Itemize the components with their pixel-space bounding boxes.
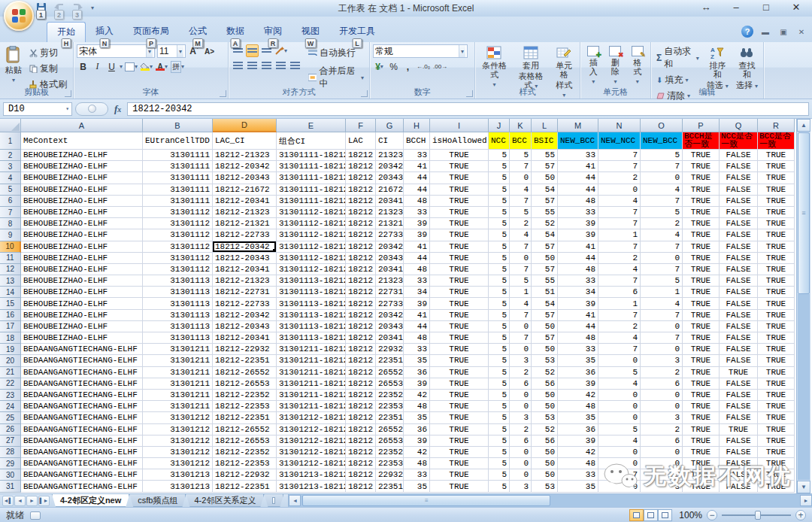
cell-I5[interactable]: TRUE (430, 184, 489, 196)
cell-D11[interactable]: 18212-20343 (213, 253, 277, 264)
cell-M11[interactable]: 44 (558, 253, 598, 264)
cell-K10[interactable]: 7 (510, 241, 532, 253)
cell-M28[interactable]: 42 (558, 447, 598, 458)
cell-R17[interactable]: TRUE (758, 321, 795, 332)
cell-H18[interactable]: 48 (404, 332, 430, 344)
cell-R5[interactable]: TRUE (758, 184, 795, 196)
cell-A6[interactable]: BEHOUBEIZHAO-ELHF (21, 196, 143, 207)
cell-D12[interactable]: 18212-20341 (213, 264, 277, 275)
cell-H4[interactable]: 44 (404, 172, 430, 184)
ribbon-tab-L[interactable]: 开发工具L (329, 22, 385, 42)
cell-K11[interactable]: 0 (510, 253, 532, 264)
cell-F3[interactable]: 18212 (346, 161, 376, 172)
header-cell-O1[interactable]: NEW_BCC (641, 132, 683, 150)
cell-Q3[interactable]: FALSE (720, 161, 758, 172)
cell-P11[interactable]: TRUE (683, 253, 720, 264)
cell-Q2[interactable]: FALSE (720, 150, 758, 161)
shrink-font-button[interactable]: A˃ (203, 45, 216, 58)
zoom-slider[interactable] (722, 510, 791, 520)
cell-Q23[interactable]: FALSE (720, 390, 758, 401)
cell-L28[interactable]: 50 (532, 447, 558, 458)
cell-L15[interactable]: 54 (532, 298, 558, 309)
cell-K27[interactable]: 6 (510, 436, 532, 447)
help-button[interactable]: ? (741, 26, 753, 38)
cell-B29[interactable]: 31301212 (143, 458, 213, 469)
cell-H26[interactable]: 36 (404, 424, 430, 436)
vertical-scrollbar[interactable]: ▲ ≡ ▼ (796, 119, 810, 493)
column-header-A[interactable]: A (21, 119, 143, 132)
cell-O24[interactable]: 0 (641, 401, 683, 412)
align-middle-button[interactable] (246, 44, 259, 57)
copy-button[interactable]: 复制 (27, 62, 69, 76)
column-header-P[interactable]: P (683, 119, 720, 132)
row-header-12[interactable]: 12 (0, 264, 21, 275)
column-header-G[interactable]: G (376, 119, 404, 132)
cell-O4[interactable]: 0 (641, 172, 683, 184)
row-header-1[interactable]: 1 (0, 132, 21, 150)
decrease-indent-button[interactable] (274, 59, 287, 72)
cell-K21[interactable]: 2 (510, 367, 532, 378)
cell-G27[interactable]: 26553 (376, 436, 404, 447)
header-cell-K1[interactable]: BCC (510, 132, 532, 150)
cell-Q8[interactable]: FALSE (720, 218, 758, 229)
cell-R30[interactable]: TRUE (758, 469, 795, 481)
cell-J22[interactable]: 5 (489, 378, 510, 390)
cell-P2[interactable]: TRUE (683, 150, 720, 161)
cell-A31[interactable]: BEDAANGANGTIECHANG-ELHF (21, 481, 143, 492)
cell-K25[interactable]: 3 (510, 412, 532, 423)
cell-F22[interactable]: 18212 (346, 378, 376, 390)
cell-I2[interactable]: TRUE (430, 150, 489, 161)
cell-G7[interactable]: 21323 (376, 207, 404, 218)
cell-J3[interactable]: 5 (489, 161, 510, 172)
cell-J25[interactable]: 5 (489, 412, 510, 423)
header-cell-F1[interactable]: LAC (346, 132, 376, 150)
cell-G17[interactable]: 20343 (376, 321, 404, 332)
cell-N16[interactable]: 7 (598, 310, 641, 321)
select-all-corner[interactable] (0, 119, 21, 132)
cell-B14[interactable]: 31301113 (143, 287, 213, 298)
cell-O23[interactable]: 0 (641, 390, 683, 401)
cell-K2[interactable]: 5 (510, 150, 532, 161)
cell-L16[interactable]: 57 (532, 310, 558, 321)
cell-D7[interactable]: 18212-21323 (213, 207, 277, 218)
row-header-16[interactable]: 16 (0, 310, 21, 321)
cell-J15[interactable]: 5 (489, 298, 510, 309)
cell-I12[interactable]: TRUE (430, 264, 489, 275)
cell-K31[interactable]: 3 (510, 481, 532, 492)
cell-B8[interactable]: 31301112 (143, 218, 213, 229)
cell-L27[interactable]: 56 (532, 436, 558, 447)
row-header-17[interactable]: 17 (0, 321, 21, 332)
cell-M8[interactable]: 39 (558, 218, 598, 229)
last-sheet-button[interactable]: ▌► (38, 496, 50, 506)
cell-B19[interactable]: 31301211 (143, 344, 213, 355)
cell-H20[interactable]: 35 (404, 355, 430, 366)
cell-L25[interactable]: 53 (532, 412, 558, 423)
cell-J31[interactable]: 5 (489, 481, 510, 492)
cell-L7[interactable]: 55 (532, 207, 558, 218)
cell-Q7[interactable]: FALSE (720, 207, 758, 218)
cell-K4[interactable]: 0 (510, 172, 532, 184)
ribbon-tab-R[interactable]: 审阅R (254, 22, 292, 42)
row-header-25[interactable]: 25 (0, 412, 21, 423)
cell-J10[interactable]: 5 (489, 241, 510, 253)
cell-E7[interactable]: 31301112-18212-21323 (277, 207, 346, 218)
zoom-in-button[interactable]: + (795, 510, 806, 520)
cell-A18[interactable]: BEHOUBEIZHAO-ELHF (21, 332, 143, 344)
cell-G3[interactable]: 20342 (376, 161, 404, 172)
cell-L10[interactable]: 57 (532, 241, 558, 253)
cell-Q9[interactable]: FALSE (720, 229, 758, 241)
cell-E20[interactable]: 31301211-18212-22351 (277, 355, 346, 366)
cell-Q13[interactable]: FALSE (720, 275, 758, 287)
cell-O8[interactable]: 2 (641, 218, 683, 229)
cell-F17[interactable]: 18212 (346, 321, 376, 332)
cell-D14[interactable]: 18212-22731 (213, 287, 277, 298)
cell-L6[interactable]: 57 (532, 196, 558, 207)
first-sheet-button[interactable]: ◄▌ (2, 496, 14, 506)
cell-R20[interactable]: TRUE (758, 355, 795, 366)
cell-N17[interactable]: 2 (598, 321, 641, 332)
cell-H19[interactable]: 33 (404, 344, 430, 355)
sheet-tab-1[interactable]: 4-2邻区定义new (52, 494, 129, 507)
cell-R26[interactable]: TRUE (758, 424, 795, 436)
cell-M31[interactable]: 35 (558, 481, 598, 492)
cell-P21[interactable]: TRUE (683, 367, 720, 378)
